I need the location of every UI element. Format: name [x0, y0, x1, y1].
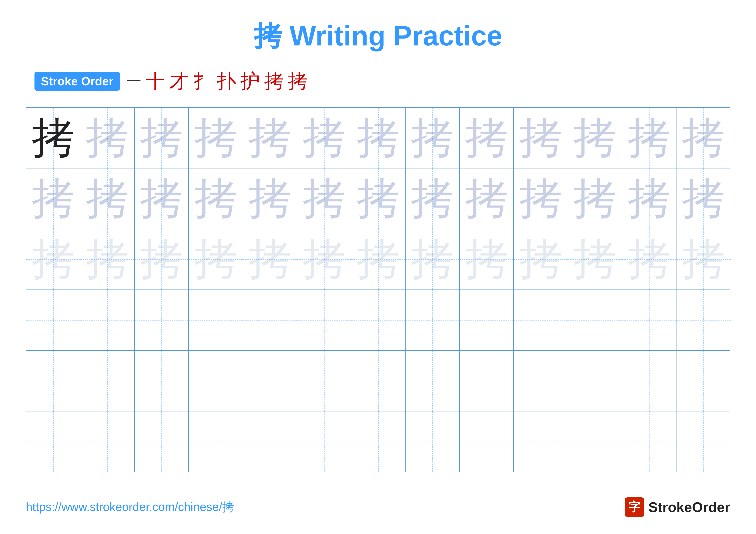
- char-faint: 拷: [682, 230, 725, 289]
- grid-cell[interactable]: [676, 290, 731, 350]
- grid-cell[interactable]: 拷: [297, 168, 351, 229]
- grid-cell[interactable]: [135, 411, 189, 472]
- grid-cell[interactable]: [243, 351, 297, 411]
- grid-cell[interactable]: [297, 290, 351, 350]
- grid-cell[interactable]: [460, 290, 514, 350]
- grid-cell[interactable]: [568, 411, 622, 472]
- grid-cell[interactable]: [351, 411, 405, 472]
- grid-cell[interactable]: 拷: [351, 108, 405, 168]
- grid-cell[interactable]: [676, 351, 731, 411]
- grid-cell[interactable]: [243, 290, 297, 350]
- grid-cell[interactable]: [243, 411, 297, 472]
- grid-cell[interactable]: 拷: [676, 168, 731, 229]
- grid-cell[interactable]: [80, 290, 134, 350]
- grid-row-3: 拷 拷 拷 拷 拷 拷 拷 拷 拷 拷 拷 拷 拷: [26, 229, 730, 290]
- grid-cell[interactable]: 拷: [80, 229, 134, 290]
- grid-cell[interactable]: 拷: [189, 108, 243, 168]
- grid-cell[interactable]: 拷: [568, 229, 622, 290]
- char-faint: 拷: [628, 169, 671, 228]
- grid-cell[interactable]: [514, 411, 568, 472]
- grid-cell[interactable]: [26, 290, 80, 350]
- grid-cell[interactable]: [406, 351, 460, 411]
- grid-cell[interactable]: [189, 351, 243, 411]
- grid-cell[interactable]: 拷: [80, 168, 134, 229]
- grid-cell[interactable]: 拷: [460, 168, 514, 229]
- grid-cell[interactable]: [406, 290, 460, 350]
- grid-cell[interactable]: 拷: [406, 229, 460, 290]
- grid-cell[interactable]: [80, 351, 134, 411]
- grid-cell[interactable]: 拷: [26, 108, 80, 168]
- grid-cell[interactable]: 拷: [351, 168, 405, 229]
- grid-cell[interactable]: 拷: [460, 229, 514, 290]
- grid-cell[interactable]: [406, 411, 460, 472]
- grid-cell[interactable]: 拷: [514, 229, 568, 290]
- char-faint: 拷: [682, 169, 725, 228]
- grid-cell[interactable]: 拷: [26, 229, 80, 290]
- grid-cell[interactable]: 拷: [622, 229, 676, 290]
- grid-cell[interactable]: 拷: [26, 168, 80, 229]
- grid-cell[interactable]: 拷: [622, 108, 676, 168]
- stroke-4: 扌: [193, 68, 212, 94]
- grid-cell[interactable]: 拷: [460, 108, 514, 168]
- page: 拷 Writing Practice Stroke Order 一 十 才 扌 …: [0, 0, 756, 534]
- grid-cell[interactable]: 拷: [297, 108, 351, 168]
- grid-cell[interactable]: [460, 351, 514, 411]
- char-faint: 拷: [140, 109, 183, 167]
- grid-cell[interactable]: 拷: [676, 229, 731, 290]
- grid-cell[interactable]: [676, 411, 731, 472]
- grid-cell[interactable]: [135, 351, 189, 411]
- grid-cell[interactable]: [351, 290, 405, 350]
- grid-cell[interactable]: 拷: [189, 168, 243, 229]
- grid-cell[interactable]: 拷: [351, 229, 405, 290]
- grid-cell[interactable]: [26, 411, 80, 472]
- page-title: 拷 Writing Practice: [254, 17, 502, 55]
- grid-cell[interactable]: [568, 290, 622, 350]
- grid-cell[interactable]: 拷: [568, 168, 622, 229]
- grid-cell[interactable]: 拷: [135, 108, 189, 168]
- char-faint: 拷: [248, 169, 291, 228]
- grid-cell[interactable]: [622, 290, 676, 350]
- char-faint: 拷: [573, 230, 616, 289]
- grid-cell[interactable]: [297, 411, 351, 472]
- brand-char: 字: [629, 499, 640, 515]
- grid-cell[interactable]: [351, 351, 405, 411]
- grid-cell[interactable]: 拷: [80, 108, 134, 168]
- grid-cell[interactable]: 拷: [406, 168, 460, 229]
- char-faint: 拷: [411, 230, 454, 289]
- char-faint: 拷: [682, 109, 725, 167]
- grid-cell[interactable]: [80, 411, 134, 472]
- grid-cell[interactable]: [514, 290, 568, 350]
- grid-cell[interactable]: [568, 351, 622, 411]
- grid-cell[interactable]: [514, 351, 568, 411]
- grid-cell[interactable]: [297, 351, 351, 411]
- grid-cell[interactable]: 拷: [514, 168, 568, 229]
- char-faint: 拷: [303, 230, 346, 289]
- grid-cell[interactable]: [189, 411, 243, 472]
- grid-cell[interactable]: 拷: [622, 168, 676, 229]
- grid-cell[interactable]: 拷: [568, 108, 622, 168]
- grid-cell[interactable]: [26, 351, 80, 411]
- grid-cell[interactable]: 拷: [514, 108, 568, 168]
- grid-cell[interactable]: 拷: [189, 229, 243, 290]
- grid-cell[interactable]: 拷: [406, 108, 460, 168]
- char-faint: 拷: [411, 109, 454, 167]
- grid-cell[interactable]: 拷: [243, 229, 297, 290]
- grid-cell[interactable]: 拷: [243, 168, 297, 229]
- grid-cell[interactable]: [189, 290, 243, 350]
- grid-row-2: 拷 拷 拷 拷 拷 拷 拷 拷 拷 拷 拷 拷 拷: [26, 168, 730, 229]
- grid-cell[interactable]: 拷: [297, 229, 351, 290]
- grid-cell[interactable]: [622, 411, 676, 472]
- grid-cell[interactable]: 拷: [243, 108, 297, 168]
- grid-cell[interactable]: 拷: [135, 229, 189, 290]
- char-faint: 拷: [573, 169, 616, 228]
- char-faint: 拷: [303, 109, 346, 167]
- grid-cell[interactable]: 拷: [135, 168, 189, 229]
- char-faint: 拷: [140, 169, 183, 228]
- stroke-sequence: 一 十 才 扌 扑 护 拷 拷: [126, 68, 307, 94]
- grid-cell[interactable]: [135, 290, 189, 350]
- grid-cell[interactable]: [622, 351, 676, 411]
- grid-cell[interactable]: [460, 411, 514, 472]
- grid-cell[interactable]: 拷: [676, 108, 731, 168]
- char-faint: 拷: [357, 109, 400, 167]
- stroke-5: 扑: [217, 68, 236, 94]
